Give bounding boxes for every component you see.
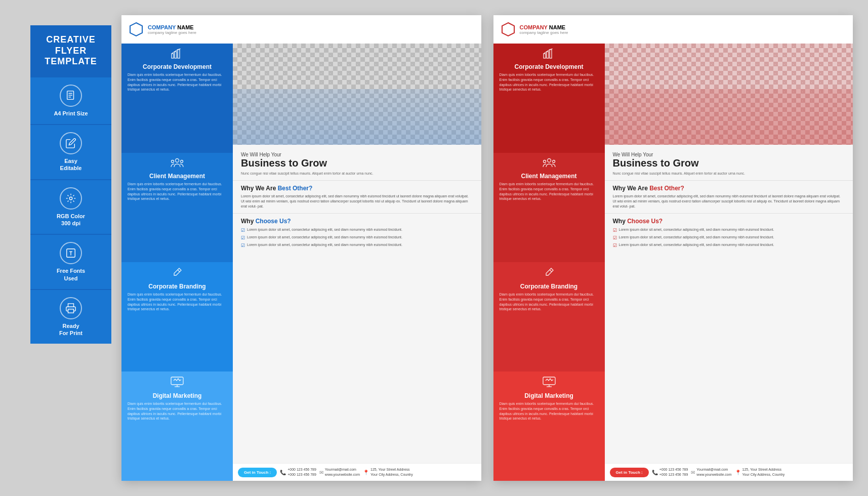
footer-address-red: 📍 125, Your Street AddressYour City Addr… bbox=[735, 467, 785, 477]
edit-icon bbox=[60, 132, 82, 154]
corp-brand-text: Diam quis enim lobortis scelerisque ferm… bbox=[128, 292, 227, 312]
digital-icon bbox=[128, 377, 227, 390]
footer-address-blue: 📍 125, Your Street AddressYour City Addr… bbox=[363, 467, 413, 477]
flyer-red-left: Corporate Development Diam quis enim lob… bbox=[493, 44, 605, 481]
hero-subtitle-blue: We Will Help Your bbox=[241, 152, 473, 157]
digital-title: Digital Marketing bbox=[128, 392, 227, 399]
flyer-blue-body: Corporate Development Diam quis enim lob… bbox=[121, 44, 481, 481]
flyer-blue-footer: Get in Touch : 📞 +000 123 456 789+000 12… bbox=[233, 463, 481, 481]
print-icon bbox=[60, 297, 82, 319]
sidebar-item-print: ReadyFor Print bbox=[30, 289, 111, 344]
flyer-blue-header: COMPANY NAME company tagline goes here bbox=[121, 15, 481, 44]
choose-item-2-blue: ☑ Lorem ipsum dolor sit amet, consectetu… bbox=[241, 235, 473, 240]
checker-area-red bbox=[605, 44, 853, 145]
a4-icon bbox=[60, 85, 82, 107]
section-corp-dev-red: Corporate Development Diam quis enim lob… bbox=[493, 44, 605, 153]
hero-subtitle-red: We Will Help Your bbox=[613, 152, 845, 157]
client-mgmt-icon-red bbox=[500, 158, 599, 171]
flyer-red-footer: Get in Touch : 📞 +000 123 456 789+000 12… bbox=[605, 463, 853, 481]
footer-phone-blue: 📞 +000 123 456 789+000 123 456 789 bbox=[280, 467, 316, 477]
client-mgmt-text-red: Diam quis enim lobortis scelerisque ferm… bbox=[500, 182, 599, 201]
corp-dev-text-red: Diam quis enim lobortis scelerisque ferm… bbox=[500, 72, 599, 92]
corp-brand-title: Corporate Branding bbox=[128, 283, 227, 290]
svg-point-23 bbox=[181, 160, 183, 163]
svg-line-9 bbox=[68, 195, 69, 196]
svg-marker-17 bbox=[130, 23, 142, 36]
svg-rect-16 bbox=[68, 309, 74, 313]
email-icon-red: ✉ bbox=[691, 470, 695, 475]
svg-point-22 bbox=[172, 160, 174, 163]
corp-dev-text: Diam quis enim lobortis scelerisque ferm… bbox=[128, 72, 227, 92]
svg-point-34 bbox=[552, 160, 555, 163]
cta-btn-blue[interactable]: Get in Touch : bbox=[238, 468, 277, 477]
sidebar-title: CREATIVEFLYERTEMPLATE bbox=[30, 25, 111, 76]
flyer-red-body: Corporate Development Diam quis enim lob… bbox=[493, 44, 853, 481]
svg-point-21 bbox=[176, 159, 179, 162]
choose-item-2-red: ☑ Lorem ipsum dolor sit amet, consectetu… bbox=[613, 235, 845, 240]
choose-item-1-blue: ☑ Lorem ipsum dolor sit amet, consectetu… bbox=[241, 227, 473, 233]
why-title-red: Why We Are Best Other? bbox=[613, 185, 845, 192]
svg-rect-36 bbox=[543, 377, 555, 385]
sidebar-label-fonts: Free FontsUsed bbox=[57, 267, 85, 282]
hero-desc-red: Nunc congue nisi vitae suscipit tellus m… bbox=[613, 171, 845, 176]
company-logo-red bbox=[501, 22, 516, 37]
choose-item-3-blue: ☑ Lorem ipsum dolor sit amet, consectetu… bbox=[241, 242, 473, 248]
svg-line-10 bbox=[73, 200, 74, 201]
flyer-red-header: COMPANY NAME company tagline goes here bbox=[493, 15, 853, 44]
corp-dev-title-red: Corporate Development bbox=[500, 63, 599, 70]
section-client-mgmt-blue: Client Management Diam quis enim loborti… bbox=[121, 153, 233, 262]
svg-point-33 bbox=[543, 160, 546, 163]
choose-section-red: Why Choose Us? ☑ Lorem ipsum dolor sit a… bbox=[605, 213, 853, 463]
choose-item-1-red: ☑ Lorem ipsum dolor sit amet, consectetu… bbox=[613, 227, 845, 233]
svg-marker-28 bbox=[502, 23, 514, 36]
section-digital-red: Digital Marketing Diam quis enim loborti… bbox=[493, 371, 605, 481]
company-tagline-blue: company tagline goes here bbox=[148, 30, 196, 35]
cta-btn-red[interactable]: Get in Touch : bbox=[610, 468, 649, 477]
flyer-red: COMPANY NAME company tagline goes here bbox=[493, 15, 853, 481]
svg-rect-19 bbox=[175, 52, 177, 58]
why-section-blue: Why We Are Best Other? Lorem ipsum dolor… bbox=[233, 180, 481, 213]
phone-icon-red: 📞 bbox=[652, 470, 658, 475]
section-digital-blue: Digital Marketing Diam quis enim loborti… bbox=[121, 371, 233, 481]
client-mgmt-text: Diam quis enim lobortis scelerisque ferm… bbox=[128, 182, 227, 201]
corp-brand-icon-red bbox=[500, 267, 599, 281]
digital-text-red: Diam quis enim lobortis scelerisque ferm… bbox=[500, 401, 599, 421]
fonts-icon bbox=[60, 242, 82, 264]
check-icon-red-3: ☑ bbox=[613, 243, 617, 248]
sidebar: CREATIVEFLYERTEMPLATE A4 Print Size Easy… bbox=[30, 25, 111, 344]
check-icon-red-2: ☑ bbox=[613, 235, 617, 240]
client-mgmt-icon bbox=[128, 158, 227, 171]
check-icon-3: ☑ bbox=[241, 243, 245, 248]
choose-title-blue: Why Choose Us? bbox=[241, 218, 473, 225]
flyer-blue-left: Corporate Development Diam quis enim lob… bbox=[121, 44, 233, 481]
sidebar-item-rgb: RGB Color300 dpi bbox=[30, 179, 111, 234]
section-corp-dev-blue: Corporate Development Diam quis enim lob… bbox=[121, 44, 233, 153]
company-name-blue: COMPANY NAME bbox=[148, 24, 196, 30]
main-content: COMPANY NAME company tagline goes here bbox=[121, 15, 853, 481]
company-name-red: COMPANY NAME bbox=[520, 24, 568, 30]
choose-section-blue: Why Choose Us? ☑ Lorem ipsum dolor sit a… bbox=[233, 213, 481, 463]
choose-title-red: Why Choose Us? bbox=[613, 218, 845, 225]
flyer-blue-right: We Will Help Your Business to Grow Nunc … bbox=[233, 44, 481, 481]
sidebar-item-easy: EasyEditable bbox=[30, 124, 111, 179]
footer-email-red: ✉ Yourmail@mail.comwww.yourwebsite.com bbox=[691, 467, 731, 477]
hero-section-red: We Will Help Your Business to Grow Nunc … bbox=[605, 145, 853, 180]
corp-dev-title: Corporate Development bbox=[128, 63, 227, 70]
sidebar-label-print: ReadyFor Print bbox=[59, 322, 82, 337]
corp-brand-text-red: Diam quis enim lobortis scelerisque ferm… bbox=[500, 292, 599, 312]
section-corp-brand-red: Corporate Branding Diam quis enim lobort… bbox=[493, 262, 605, 371]
why-text-red: Lorem ipsum dolor sit amet, consectetur … bbox=[613, 194, 845, 209]
address-icon-red: 📍 bbox=[735, 470, 741, 475]
svg-point-4 bbox=[69, 197, 72, 200]
hero-section-blue: We Will Help Your Business to Grow Nunc … bbox=[233, 145, 481, 180]
check-icon-2: ☑ bbox=[241, 235, 245, 240]
corp-dev-icon-red bbox=[500, 49, 599, 61]
hero-title-blue: Business to Grow bbox=[241, 157, 473, 169]
flyer-blue: COMPANY NAME company tagline goes here bbox=[121, 15, 481, 481]
svg-rect-30 bbox=[547, 52, 549, 58]
digital-icon-red bbox=[500, 377, 599, 390]
svg-line-12 bbox=[68, 200, 69, 201]
check-icon-red-1: ☑ bbox=[613, 228, 617, 233]
company-tagline-red: company tagline goes here bbox=[520, 30, 568, 35]
sidebar-label-a4: A4 Print Size bbox=[54, 110, 88, 117]
